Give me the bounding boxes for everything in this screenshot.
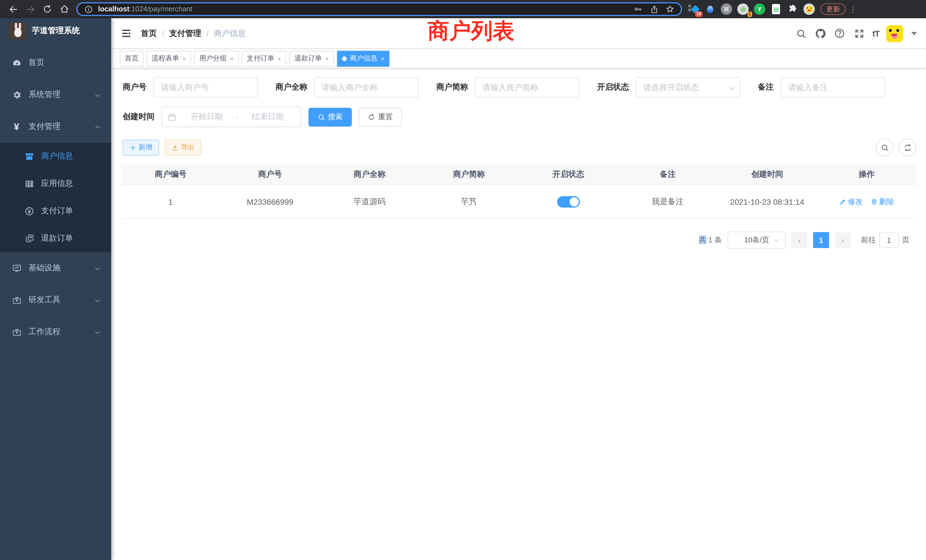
extension-badge: 10 [695,11,702,17]
merchant-no-input[interactable] [153,77,258,97]
chevron-down-icon [773,237,780,244]
bookmark-star-icon[interactable] [665,4,675,14]
pencil-icon [839,198,846,205]
profile-avatar-icon[interactable] [803,3,815,15]
back-icon[interactable] [6,2,20,16]
sidebar-item-home[interactable]: 首页 [0,47,111,79]
show-search-button[interactable] [876,139,894,156]
search-icon[interactable] [795,27,807,39]
reload-icon[interactable] [41,2,54,16]
magnifier-icon [881,144,889,151]
sidebar-item-app-info[interactable]: 应用信息 [0,170,111,197]
tab-process-form[interactable]: 流程表单× [147,50,191,67]
sidebar-item-pay-order[interactable]: 支付订单 [0,197,111,225]
sidebar-item-dev-tools[interactable]: 研发工具 [0,284,111,316]
next-page-button[interactable]: › [835,232,851,248]
page-content: 商户号 商户全称 商户简称 开启状态 [111,68,926,249]
tab-merchant-info[interactable]: 商户信息× [337,50,390,67]
magnifier-icon [318,113,325,121]
table-toolbar: 新增 导出 [123,139,916,156]
close-icon[interactable]: × [278,55,281,62]
add-button[interactable]: 新增 [123,139,159,155]
sidebar-item-payment[interactable]: ¥ 支付管理 [0,110,111,142]
goto-label: 前往 [861,235,876,245]
pagination: 共 1 条 10条/页 ‹ 1 › 前往 页 [121,232,909,249]
url-path: :1024/pay/merchant [129,5,192,13]
chrome-menu-icon[interactable]: ⋮ [849,5,857,14]
close-icon[interactable]: × [381,55,384,62]
tab-refund-order[interactable]: 退款订单× [289,50,334,67]
chrome-update-button[interactable]: 更新 [820,3,846,15]
share-icon[interactable] [649,4,659,14]
edit-link[interactable]: 修改 [839,197,863,207]
site-info-icon[interactable] [83,4,94,14]
goto-page-input[interactable] [879,233,899,248]
cell-status [519,185,618,218]
remark-input[interactable] [781,77,885,97]
sidebar-item-system[interactable]: 系统管理 [0,79,111,110]
extensions-bar: 10 ⌘ 1 Y ▤ [688,3,815,15]
status-select[interactable] [636,77,740,97]
cell-remark: 我是备注 [618,185,717,218]
cell-merchant-no: M233666999 [220,185,320,218]
help-icon[interactable] [834,27,846,39]
create-time-label: 创建时间 [123,112,154,122]
sidebar-item-infrastructure[interactable]: 基础设施 [0,252,111,284]
export-button[interactable]: 导出 [165,139,201,155]
user-avatar[interactable] [886,25,903,42]
extensions-puzzle-icon[interactable] [787,3,798,15]
col-actions: 操作 [817,164,916,184]
avatar-caret-icon[interactable] [911,32,917,35]
close-icon[interactable]: × [325,55,329,62]
full-name-input[interactable] [314,77,419,97]
extension-status-icon[interactable]: 1 [737,3,749,15]
refresh-table-button[interactable] [899,139,916,156]
sidebar-item-label: 工作流程 [29,327,94,337]
prev-page-button[interactable]: ‹ [791,232,807,248]
date-range-picker[interactable]: 开始日期 - 结束日期 [161,107,301,127]
merchant-no-label: 商户号 [123,82,147,92]
forward-icon[interactable] [23,2,37,16]
sidebar-item-label: 应用信息 [41,179,73,189]
full-name-label: 商户全称 [275,82,307,92]
page-1-button[interactable]: 1 [813,232,829,248]
sidebar-item-refund-order[interactable]: 退款订单 [0,225,111,252]
close-icon[interactable]: × [183,55,186,62]
tab-pay-order[interactable]: 支付订单× [242,50,286,67]
password-key-icon[interactable] [633,4,643,14]
sidebar-item-merchant-info[interactable]: 商户信息 [0,142,111,170]
col-remark: 备注 [618,164,717,184]
status-toggle[interactable] [557,196,580,207]
extension-command-icon[interactable]: ⌘ [721,3,732,15]
font-size-icon[interactable]: tT [872,29,879,38]
extension-docs-icon[interactable]: ▤ [770,3,782,15]
page-size-select[interactable]: 10条/页 [728,232,786,249]
close-icon[interactable]: × [230,55,234,62]
breadcrumb-separator: / [206,29,209,38]
browser-toolbar: localhost:1024/pay/merchant 10 ⌘ 1 Y ▤ 更… [0,0,926,18]
tab-home[interactable]: 首页 [120,50,144,67]
navbar-actions: tT [795,25,917,42]
breadcrumb-home[interactable]: 首页 [141,28,157,38]
home-icon[interactable] [57,2,71,16]
extension-sidekick-icon[interactable]: 10 [688,3,699,15]
delete-link[interactable]: 删除 [871,197,894,207]
chevron-down-icon [94,328,101,335]
chevron-down-icon [94,265,101,271]
short-name-input[interactable] [475,77,580,97]
search-button[interactable]: 搜索 [309,107,352,126]
reset-button[interactable]: 重置 [359,107,402,126]
github-icon[interactable] [814,27,827,39]
extension-y-icon[interactable]: Y [754,3,765,15]
sidebar-item-workflow[interactable]: 工作流程 [0,316,111,348]
url-bar[interactable]: localhost:1024/pay/merchant [76,2,682,16]
breadcrumb: 首页 / 支付管理 / 商户信息 [141,28,246,38]
app-logo[interactable]: 芋道管理系统 [0,18,111,43]
tab-user-group[interactable]: 用户分组× [194,50,239,67]
breadcrumb-payment[interactable]: 支付管理 [169,28,201,38]
extension-balloon-icon[interactable] [704,3,716,15]
app-title: 芋道管理系统 [32,26,80,36]
fullscreen-icon[interactable] [853,27,865,39]
table-header-row: 商户编号 商户号 商户全称 商户简称 开启状态 备注 创建时间 操作 [121,164,916,184]
hamburger-menu-icon[interactable] [120,28,132,39]
